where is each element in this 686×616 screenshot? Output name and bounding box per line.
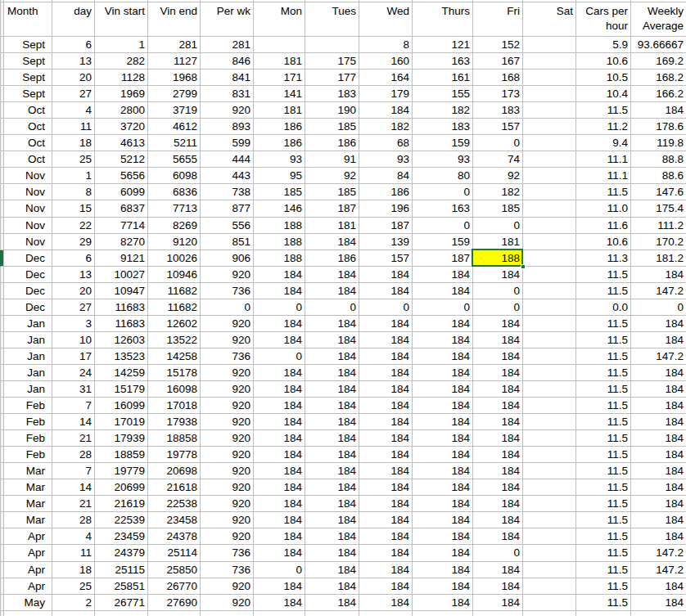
cell-fri-row1[interactable]: 152 [473,37,523,53]
cell-mon-row19[interactable]: 184 [254,332,305,348]
cell-wed-row20[interactable]: 184 [359,348,413,365]
cell-month-row3[interactable]: Sept [4,70,52,86]
cell-cars-per-hour-row18[interactable]: 11.5 [576,316,631,332]
cell-tues-row21[interactable]: 184 [305,365,359,381]
cell-cars-per-hour-row4[interactable]: 10.4 [576,86,631,102]
cell-thurs-row33[interactable]: 184 [413,562,473,578]
cell-vin-start-row3[interactable]: 1128 [95,70,148,86]
cell-sat-row3[interactable] [523,70,576,86]
cell-fri-row29[interactable]: 184 [473,496,523,512]
cell-per-wk-row28[interactable]: 920 [201,479,254,496]
cell-vin-start-row21[interactable]: 14259 [95,365,148,381]
empty-cell-row36[interactable] [413,611,473,616]
cell-month-row30[interactable]: Mar [4,512,52,528]
cell-per-wk-row5[interactable]: 920 [201,102,254,119]
cell-tues-row28[interactable]: 184 [305,479,359,496]
cell-fri-row2[interactable]: 167 [473,53,523,70]
cell-day-row22[interactable]: 31 [52,381,95,398]
cell-fri-row13[interactable]: 181 [473,234,523,250]
cell-sat-row10[interactable] [523,184,576,200]
cell-vin-end-row2[interactable]: 1127 [148,53,201,70]
cell-tues-row1[interactable] [305,37,359,53]
cell-wed-row22[interactable]: 184 [359,381,413,398]
cell-weekly-average-row25[interactable]: 184 [631,430,686,447]
cell-thurs-row35[interactable]: 184 [413,595,473,611]
cell-day-row9[interactable]: 1 [52,168,95,184]
cell-fri-row23[interactable]: 184 [473,398,523,414]
cell-vin-end-row12[interactable]: 8269 [148,218,201,234]
cell-thurs-row26[interactable]: 184 [413,447,473,463]
cell-wed-row3[interactable]: 164 [359,70,413,86]
cell-sat-row6[interactable] [523,119,576,135]
cell-wed-row30[interactable]: 184 [359,512,413,528]
cell-day-row33[interactable]: 18 [52,562,95,578]
cell-vin-start-row35[interactable]: 26771 [95,595,148,611]
cell-tues-row16[interactable]: 184 [305,283,359,299]
cell-vin-end-row33[interactable]: 25850 [148,562,201,578]
cell-mon-row31[interactable]: 184 [254,528,305,545]
cell-tues-row8[interactable]: 91 [305,151,359,168]
cell-month-row9[interactable]: Nov [4,168,52,184]
cell-vin-start-row27[interactable]: 19779 [95,463,148,479]
cell-sat-row2[interactable] [523,53,576,70]
cell-sat-row4[interactable] [523,86,576,102]
cell-sat-row9[interactable] [523,168,576,184]
cell-tues-row30[interactable]: 184 [305,512,359,528]
cell-thurs-row4[interactable]: 155 [413,86,473,102]
cell-fri-row4[interactable]: 173 [473,86,523,102]
cell-wed-row26[interactable]: 184 [359,447,413,463]
cell-cars-per-hour-row20[interactable]: 11.5 [576,348,631,365]
cell-cars-per-hour-row28[interactable]: 11.5 [576,479,631,496]
cell-vin-end-row3[interactable]: 1968 [148,70,201,86]
cell-tues-row17[interactable]: 0 [305,299,359,316]
cell-day-row12[interactable]: 22 [52,218,95,234]
cell-day-row10[interactable]: 8 [52,184,95,200]
cell-sat-row17[interactable] [523,299,576,316]
cell-per-wk-row4[interactable]: 831 [201,86,254,102]
cell-month-row27[interactable]: Mar [4,463,52,479]
cell-per-wk-row22[interactable]: 920 [201,381,254,398]
cell-vin-end-row1[interactable]: 281 [148,37,201,53]
cell-day-row16[interactable]: 20 [52,283,95,299]
column-header-cars-per-hour[interactable]: Cars per hour [576,2,631,37]
cell-sat-row20[interactable] [523,348,576,365]
cell-vin-end-row32[interactable]: 25114 [148,545,201,561]
cell-wed-row15[interactable]: 184 [359,267,413,283]
cell-tues-row19[interactable]: 184 [305,332,359,348]
cell-mon-row10[interactable]: 185 [254,184,305,200]
cell-sat-row25[interactable] [523,430,576,447]
cell-vin-end-row13[interactable]: 9120 [148,234,201,250]
cell-vin-end-row8[interactable]: 5655 [148,151,201,168]
cell-per-wk-row25[interactable]: 920 [201,430,254,447]
cell-cars-per-hour-row10[interactable]: 11.5 [576,184,631,200]
cell-day-row6[interactable]: 11 [52,119,95,135]
cell-fri-row21[interactable]: 184 [473,365,523,381]
cell-per-wk-row34[interactable]: 920 [201,578,254,595]
cell-month-row35[interactable]: May [4,595,52,611]
cell-per-wk-row14[interactable]: 906 [201,250,254,267]
empty-cell-row36[interactable] [52,611,95,616]
cell-wed-row19[interactable]: 184 [359,332,413,348]
cell-tues-row31[interactable]: 184 [305,528,359,545]
cell-sat-row15[interactable] [523,267,576,283]
cell-mon-row8[interactable]: 93 [254,151,305,168]
cell-vin-end-row23[interactable]: 17018 [148,398,201,414]
cell-fri-row6[interactable]: 157 [473,119,523,135]
cell-mon-row28[interactable]: 184 [254,479,305,496]
cell-day-row21[interactable]: 24 [52,365,95,381]
cell-weekly-average-row16[interactable]: 147.2 [631,283,686,299]
cell-per-wk-row1[interactable]: 281 [201,37,254,53]
cell-sat-row28[interactable] [523,479,576,496]
cell-vin-start-row2[interactable]: 282 [95,53,148,70]
cell-per-wk-row7[interactable]: 599 [201,135,254,151]
cell-thurs-row29[interactable]: 184 [413,496,473,512]
cell-tues-row27[interactable]: 184 [305,463,359,479]
cell-sat-row12[interactable] [523,218,576,234]
cell-mon-row11[interactable]: 146 [254,200,305,217]
cell-weekly-average-row32[interactable]: 147.2 [631,545,686,561]
cell-month-row32[interactable]: Apr [4,545,52,561]
cell-cars-per-hour-row33[interactable]: 11.5 [576,562,631,578]
cell-sat-row23[interactable] [523,398,576,414]
cell-mon-row29[interactable]: 184 [254,496,305,512]
empty-cell-row36[interactable] [305,611,359,616]
